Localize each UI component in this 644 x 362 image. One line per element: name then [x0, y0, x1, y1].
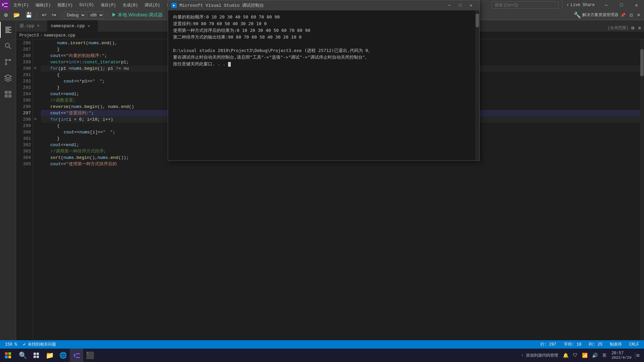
search-taskbar-button[interactable]: 🔍 [16, 349, 30, 362]
toolbar-sep-2 [61, 12, 61, 18]
gutter-290[interactable]: ⊟ [33, 65, 38, 71]
title-actions: ⚡ Live Share — □ ✕ [492, 0, 644, 10]
gutter-302 [33, 141, 38, 147]
ime-lang[interactable]: 英 [601, 353, 608, 358]
debug-console-title-bar: ▶ Microsoft Visual Studio 调试控制台 — □ ✕ [168, 0, 479, 10]
task-view-button[interactable] [30, 349, 43, 362]
edge-browser-taskbar[interactable]: 🌐 [56, 349, 70, 362]
show-desktop-button[interactable]: ⊡ [635, 353, 641, 358]
undo-button[interactable]: ↩ [40, 11, 48, 19]
status-zoom[interactable]: 158 % [3, 342, 19, 347]
menu-project[interactable]: 项目(P) [97, 0, 119, 10]
live-share-button[interactable]: ⚡ Live Share [562, 0, 599, 10]
line-291: 291 [18, 72, 31, 78]
menu-file[interactable]: 文件(F) [10, 0, 32, 10]
new-project-button[interactable]: ⊕ [2, 11, 10, 19]
fold-gutter: ⊟ ⊟ [33, 39, 38, 340]
line-numbers: 286 287 288 289 290 291 292 293 294 295 … [16, 39, 33, 340]
breadcrumb-project[interactable]: Project3 [19, 33, 39, 38]
menu-view[interactable]: 视图(V) [54, 0, 76, 10]
debug-config-select[interactable]: Debug [64, 11, 86, 19]
volume-icon[interactable]: 🔊 [591, 353, 599, 358]
breadcrumb-sep: › [40, 33, 43, 38]
debug-console-title-text: Microsoft Visual Studio 调试控制台 [179, 2, 264, 8]
menu-debug[interactable]: 调试(D) [141, 0, 163, 10]
gutter-291 [33, 71, 38, 77]
start-button[interactable] [0, 349, 16, 362]
line-302: 302 [18, 142, 31, 148]
gutter-294 [33, 90, 38, 97]
status-line[interactable]: 行: 297 [539, 342, 558, 347]
editor-scrollbar[interactable] [640, 39, 644, 340]
status-sel[interactable]: 列: 25 [587, 342, 604, 347]
menu-build[interactable]: 生成(B) [119, 0, 142, 10]
svg-point-2 [5, 63, 7, 65]
activity-search[interactable] [0, 38, 16, 54]
more-tabs-button[interactable]: ≡ [637, 25, 642, 32]
activity-git[interactable] [0, 54, 16, 70]
line-298: 298 [18, 116, 31, 123]
svg-rect-11 [5, 356, 8, 358]
split-editor-button[interactable]: ⊟ [630, 24, 635, 32]
line-297: 297 [18, 110, 31, 116]
line-295: 295 [18, 97, 31, 104]
security-icon[interactable]: 🛡 [572, 353, 579, 358]
save-all-button[interactable]: 💾 [23, 11, 34, 19]
network-icon[interactable]: 📶 [581, 353, 589, 358]
auto-hide-button[interactable]: ⊡ [628, 11, 635, 19]
activity-debug[interactable] [0, 70, 16, 86]
debug-console-window: ▶ Microsoft Visual Studio 调试控制台 — □ ✕ 向量… [168, 0, 480, 161]
tab-close-source[interactable]: ✕ [36, 23, 40, 28]
status-col[interactable]: 字符: 18 [562, 342, 583, 347]
clock[interactable]: 20:57 2022/6/29 [610, 351, 633, 360]
tab-namespace-cpp[interactable]: namespace.cpp ✕ [47, 20, 98, 32]
svg-rect-13 [34, 353, 36, 355]
code-line-305: cout << "使用第一种方式排序后的 [41, 161, 640, 167]
terminal-taskbar[interactable]: ⬛ [83, 349, 97, 362]
maximize-button[interactable]: □ [614, 0, 629, 10]
line-305: 305 [18, 161, 31, 167]
solution-explorer-icon[interactable]: 🔧 [574, 11, 581, 19]
line-290: 290 [18, 65, 31, 72]
tab-close-namespace[interactable]: ✕ [87, 23, 91, 29]
open-button[interactable]: 📂 [11, 11, 22, 19]
debug-output-line-3: 使用第一种方式排序后的结果为:0 10 20 30 40 50 60 70 80… [173, 27, 470, 34]
svg-rect-12 [8, 356, 11, 358]
global-search-input[interactable] [492, 1, 559, 9]
platform-select[interactable]: x86 [87, 11, 104, 19]
status-encoding[interactable]: 制表符 [608, 342, 624, 347]
svg-rect-15 [34, 356, 36, 358]
debug-console-scrollbar[interactable] [475, 10, 479, 161]
debug-minimize-button[interactable]: — [444, 1, 454, 9]
status-line-ending[interactable]: CRLF [628, 342, 641, 347]
debug-output-line-1: 向量的初始顺序:0 10 20 30 40 50 60 70 80 90 [173, 14, 470, 20]
svg-rect-9 [5, 352, 8, 355]
status-no-problems[interactable]: ✔ 未找到相关问题 [21, 342, 58, 347]
debug-cursor [228, 62, 231, 67]
redo-button[interactable]: ↪ [50, 11, 58, 19]
menu-git[interactable]: Git(G) [76, 0, 97, 10]
debug-maximize-button[interactable]: □ [455, 1, 465, 9]
status-right: 行: 297 字符: 18 列: 25 制表符 CRLF [539, 342, 641, 347]
notification-tray-icon[interactable]: 🔔 [561, 353, 570, 358]
breadcrumb-file[interactable]: namespace.cpp [44, 33, 75, 38]
debug-close-button[interactable]: ✕ [466, 1, 476, 9]
vs-taskbar[interactable] [70, 349, 83, 362]
gutter-299 [33, 122, 38, 128]
close-panel-button[interactable]: ✕ [635, 11, 642, 19]
debug-output-line-5 [173, 41, 470, 47]
tab-source-cpp[interactable]: 源.cpp ✕ [16, 20, 47, 32]
activity-extensions[interactable] [0, 86, 16, 102]
run-debug-button[interactable]: ▶ 本地 Windows 调试器 [110, 11, 165, 19]
line-296: 296 [18, 104, 31, 110]
source-control-status[interactable]: ↑ 添加到源代码管理 [520, 353, 560, 358]
minimize-button[interactable]: — [599, 0, 614, 10]
activity-explorer[interactable] [0, 22, 16, 38]
activity-bar [0, 20, 16, 340]
pin-button[interactable]: 📌 [619, 11, 628, 19]
file-explorer-taskbar[interactable]: 📁 [43, 349, 56, 362]
close-button[interactable]: ✕ [629, 0, 644, 10]
gutter-298[interactable]: ⊟ [33, 116, 38, 122]
line-303: 303 [18, 148, 31, 155]
menu-edit[interactable]: 编辑(E) [32, 0, 54, 10]
